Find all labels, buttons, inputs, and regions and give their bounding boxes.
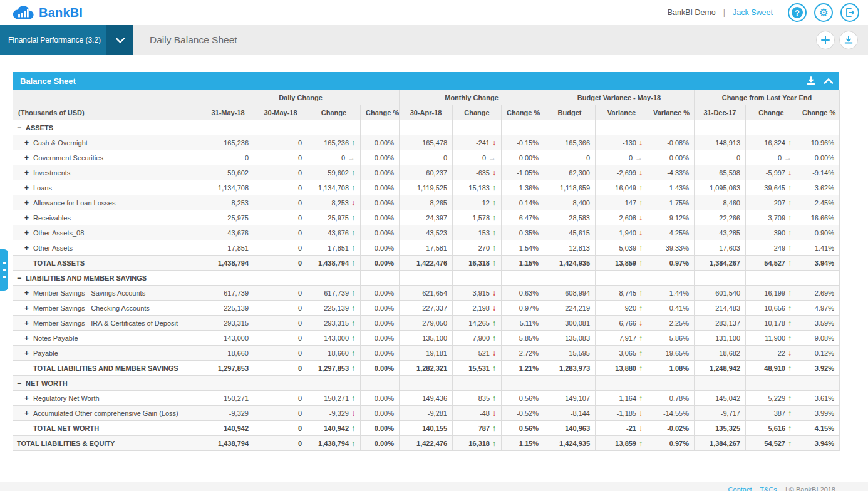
value-cell xyxy=(746,271,797,286)
row-label-cell: +Cash & Overnight xyxy=(13,135,202,150)
value-cell: 621,654 xyxy=(400,286,453,301)
value-cell: 4.97% xyxy=(797,301,840,316)
expand-row-icon[interactable]: + xyxy=(24,214,33,222)
account-user-separator: | xyxy=(723,8,725,17)
collapse-row-icon[interactable]: − xyxy=(17,379,26,388)
value-cell: 0 xyxy=(254,150,307,165)
expand-row-icon[interactable]: + xyxy=(24,319,33,328)
value-cell: -9,717 xyxy=(695,406,746,421)
value-cell: 0.00% xyxy=(361,316,400,331)
trend-down-icon: ↓ xyxy=(788,168,792,177)
change-cell: 835↑ xyxy=(453,391,502,406)
change-cell: 150,271↑ xyxy=(307,391,361,406)
value-cell: 17,603 xyxy=(695,240,746,256)
value-cell: 0.35% xyxy=(502,225,544,240)
value-cell: 135,100 xyxy=(400,331,453,346)
settings-button[interactable]: ⚙ xyxy=(814,3,833,22)
value-cell xyxy=(502,120,544,135)
contact-link[interactable]: Contact xyxy=(728,486,752,491)
copyright-text: | © BankBI 2018 xyxy=(785,486,835,491)
value-cell: 0 xyxy=(254,180,307,195)
tcs-link[interactable]: T&Cs xyxy=(760,486,777,491)
change-cell: -6,766↓ xyxy=(596,316,648,331)
change-cell: 1,164↑ xyxy=(596,391,648,406)
change-cell: -2,608↓ xyxy=(596,210,648,225)
download-page-button[interactable] xyxy=(839,31,858,49)
expand-row-icon[interactable]: + xyxy=(24,229,33,237)
collapse-row-icon[interactable]: − xyxy=(17,274,26,282)
value-cell xyxy=(544,120,596,135)
value-cell: 1.44% xyxy=(648,286,695,301)
row-label-cell: +Loans xyxy=(13,180,202,195)
value-cell xyxy=(453,271,502,286)
trend-up-icon: ↑ xyxy=(492,199,496,207)
value-cell xyxy=(202,376,254,391)
collapse-row-icon[interactable]: − xyxy=(17,123,26,132)
trend-down-icon: ↓ xyxy=(639,409,643,418)
expand-row-icon[interactable]: + xyxy=(24,349,33,358)
change-cell: 54,527↑ xyxy=(746,256,797,271)
value-cell: 0.00% xyxy=(361,436,400,451)
expand-row-icon[interactable]: + xyxy=(24,168,33,177)
dashboard-dropdown[interactable]: Financial Performance (3.2) xyxy=(0,25,133,55)
expand-row-icon[interactable]: + xyxy=(24,199,33,207)
expand-row-icon[interactable]: + xyxy=(24,138,33,147)
panel-title: Balance Sheet xyxy=(20,76,76,86)
collapse-panel-button[interactable] xyxy=(824,78,833,84)
trend-down-icon: ↓ xyxy=(492,168,496,177)
value-cell: 25,975 xyxy=(202,210,254,225)
account-name: BankBI Demo xyxy=(668,8,716,17)
table-row: +Other Assets_08 43,676043,676↑0.00%43,5… xyxy=(13,225,840,240)
value-cell: 3.99% xyxy=(797,406,840,421)
add-report-button[interactable] xyxy=(816,31,835,49)
value-cell xyxy=(596,271,648,286)
trend-down-icon: ↓ xyxy=(492,304,496,313)
change-cell: -22↓ xyxy=(746,346,797,361)
expand-row-icon[interactable]: + xyxy=(24,409,33,418)
side-panel-handle[interactable] xyxy=(0,249,8,291)
value-cell xyxy=(797,271,840,286)
expand-row-icon[interactable]: + xyxy=(24,244,33,252)
change-cell: 140,942↑ xyxy=(307,421,361,436)
value-cell: 165,478 xyxy=(400,135,453,150)
expand-row-icon[interactable]: + xyxy=(24,304,33,313)
value-cell: -0.15% xyxy=(502,135,544,150)
value-cell xyxy=(400,271,453,286)
expand-row-icon[interactable]: + xyxy=(24,153,33,162)
balance-sheet-panel-header: Balance Sheet xyxy=(13,72,839,90)
change-cell: -1,185↓ xyxy=(596,406,648,421)
change-cell: 5,229↑ xyxy=(746,391,797,406)
value-cell xyxy=(307,120,361,135)
value-cell: 1,282,321 xyxy=(400,361,453,376)
expand-row-icon[interactable]: + xyxy=(24,183,33,192)
footer: Contact T&Cs | © BankBI 2018 xyxy=(0,482,868,491)
change-cell: 16,318↑ xyxy=(453,256,502,271)
table-row: +Loans 1,134,70801,134,708↑0.00%1,119,52… xyxy=(13,180,840,195)
value-cell: 4.15% xyxy=(797,421,840,436)
download-panel-button[interactable] xyxy=(807,76,815,85)
trend-up-icon: ↑ xyxy=(351,289,355,297)
change-cell: 18,660↑ xyxy=(307,346,361,361)
value-cell: 0.00% xyxy=(361,135,400,150)
change-cell: 1,134,708↑ xyxy=(307,180,361,195)
change-cell: 17,851↑ xyxy=(307,240,361,256)
expand-row-icon[interactable]: + xyxy=(24,289,33,297)
value-cell: 1.15% xyxy=(502,436,544,451)
expand-row-icon[interactable]: + xyxy=(24,334,33,343)
value-cell: 135,325 xyxy=(695,421,746,436)
expand-row-icon[interactable]: + xyxy=(24,394,33,403)
value-cell: -8,265 xyxy=(400,195,453,210)
value-cell: 0 xyxy=(254,195,307,210)
change-cell: -130↓ xyxy=(596,135,648,150)
value-cell: 1,119,525 xyxy=(400,180,453,195)
value-cell: 1,384,267 xyxy=(695,256,746,271)
change-cell: 48,910↑ xyxy=(746,361,797,376)
value-cell: 22,266 xyxy=(695,210,746,225)
value-cell: 15,595 xyxy=(544,346,596,361)
logout-button[interactable] xyxy=(840,3,859,22)
value-cell: 5.86% xyxy=(648,331,695,346)
user-link[interactable]: Jack Sweet xyxy=(733,8,773,17)
help-button[interactable]: ? xyxy=(788,3,807,22)
column-header-cell: Change xyxy=(453,105,502,120)
table-row: +Accumulated Other comprehensive Gain (L… xyxy=(13,406,840,421)
